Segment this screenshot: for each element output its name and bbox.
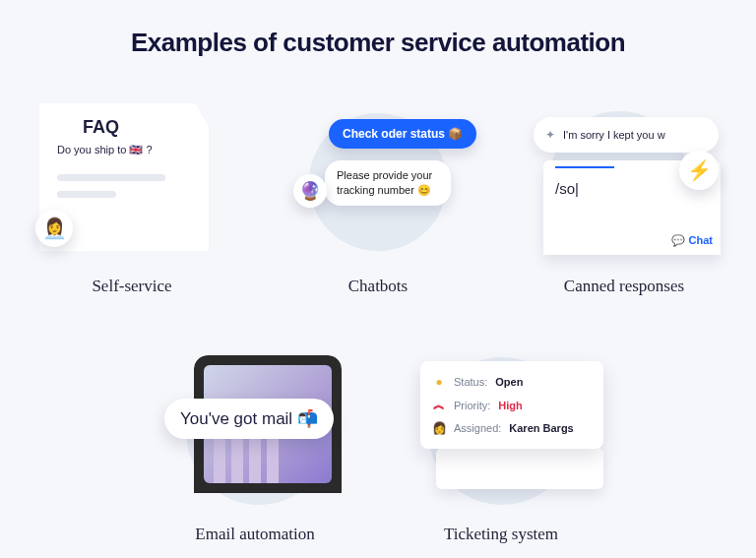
faq-heading: FAQ	[83, 117, 191, 138]
bot-chat-bubble: Please provide your tracking number 😊	[325, 160, 451, 206]
active-underline	[555, 166, 614, 168]
ticket-card-back	[436, 448, 603, 489]
tile-canned-responses: ✦ I'm sorry I kept you w /so| Chat ⚡ Can…	[536, 107, 713, 296]
tile-label: Chatbots	[348, 277, 408, 296]
status-label: Status:	[454, 376, 487, 388]
page-title: Examples of customer service automation	[0, 0, 756, 58]
tile-chatbots: Check oder status 📦 Please provide your …	[289, 107, 467, 296]
placeholder-line	[57, 191, 116, 198]
user-avatar-icon: 👩‍💼	[35, 210, 73, 247]
priority-icon: ︽	[432, 397, 446, 413]
suggestion-text: I'm sorry I kept you w	[563, 129, 665, 141]
ticket-assigned-row: 👩 Assigned: Karen Bargs	[432, 417, 590, 439]
tile-self-service: FAQ Do you ship to 🇬🇧 ? 👩‍💼 Self-service	[43, 107, 220, 296]
tile-email-automation: You've got mail 📬 Email automation	[166, 355, 344, 544]
assignee-avatar-icon: 👩	[432, 421, 446, 435]
priority-label: Priority:	[454, 400, 490, 411]
mail-notification: You've got mail 📬	[164, 399, 334, 439]
user-chat-bubble: Check oder status 📦	[329, 119, 476, 149]
ticket-priority-row: ︽ Priority: High	[432, 393, 590, 417]
tile-label: Ticketing system	[444, 525, 558, 544]
priority-value: High	[498, 400, 522, 411]
faq-question: Do you ship to 🇬🇧 ?	[57, 144, 191, 156]
status-value: Open	[495, 376, 523, 388]
sparkle-icon: ✦	[545, 128, 555, 142]
tiles-grid: FAQ Do you ship to 🇬🇧 ? 👩‍💼 Self-service…	[0, 58, 756, 544]
chat-label: Chat	[671, 234, 713, 247]
ticket-status-row: ● Status: Open	[432, 371, 590, 393]
bot-avatar-icon: 🔮	[293, 174, 327, 208]
tile-label: Canned responses	[564, 277, 684, 296]
assigned-value: Karen Bargs	[509, 422, 573, 434]
lightning-icon: ⚡	[679, 151, 719, 190]
tile-label: Self-service	[92, 277, 171, 296]
placeholder-line	[57, 174, 165, 181]
suggestion-tab: ✦ I'm sorry I kept you w	[534, 117, 719, 153]
tile-ticketing-system: ● Status: Open ︽ Priority: High 👩 Assign…	[412, 355, 590, 544]
ticket-card: ● Status: Open ︽ Priority: High 👩 Assign…	[420, 361, 603, 449]
status-dot-icon: ●	[432, 375, 446, 389]
tile-label: Email automation	[195, 525, 314, 544]
assigned-label: Assigned:	[454, 422, 501, 434]
